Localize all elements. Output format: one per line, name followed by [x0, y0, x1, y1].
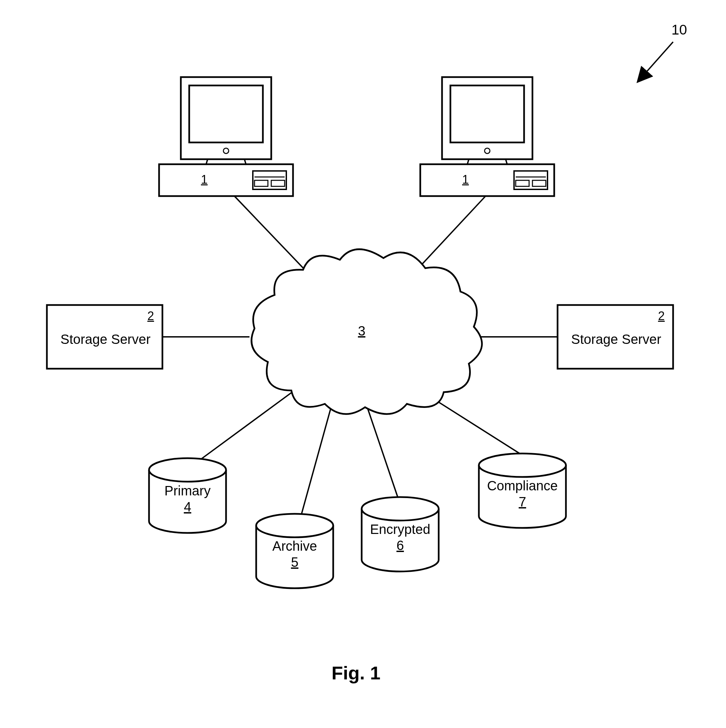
cloud-ref: 3 [357, 323, 367, 338]
edge-pcLeft-cloud [235, 196, 308, 273]
svg-point-22 [256, 514, 333, 537]
storage-primary [149, 458, 226, 533]
svg-rect-9 [189, 86, 263, 142]
storage-encrypted [361, 497, 439, 572]
svg-rect-19 [450, 86, 524, 142]
figure-ref-number: 10 [671, 22, 687, 38]
edge-cloud-archive [301, 405, 331, 514]
svg-point-21 [149, 458, 226, 482]
pc-right-ref: 1 [462, 173, 469, 187]
server-left-label: Storage Server [55, 332, 156, 347]
client-pc-right [420, 77, 554, 196]
network-cloud [252, 249, 482, 414]
pc-left-ref: 1 [201, 173, 207, 187]
client-pc-left [159, 77, 293, 196]
ref-arrow [646, 42, 673, 72]
edge-pcRight-cloud [415, 196, 485, 271]
storage-archive [256, 514, 333, 588]
diagram-svg [0, 0, 726, 728]
edge-cloud-primary [201, 392, 293, 459]
storage-compliance [479, 453, 566, 528]
server-right-label: Storage Server [566, 332, 667, 347]
figure-canvas: 10 1 1 Storage Server 2 Storage Server 2… [0, 0, 726, 728]
server-right-ref: 2 [658, 309, 665, 323]
server-left-ref: 2 [147, 309, 154, 323]
svg-point-23 [361, 497, 439, 520]
svg-point-24 [479, 453, 566, 477]
edge-cloud-encrypted [367, 405, 398, 499]
figure-caption: Fig. 1 [331, 662, 380, 684]
